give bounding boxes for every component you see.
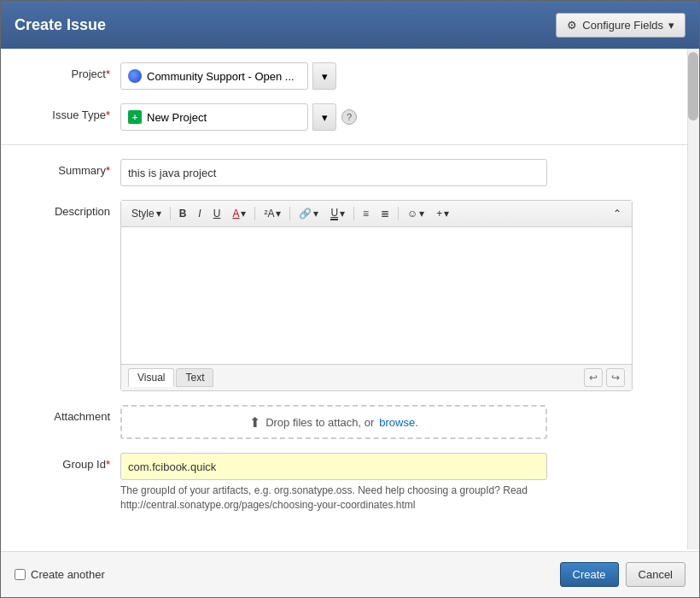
configure-fields-button[interactable]: ⚙ Configure Fields ▾ (556, 13, 685, 38)
dialog-footer: Create another Create Cancel (1, 551, 699, 597)
issue-type-select[interactable]: + New Project (120, 103, 308, 131)
expand-icon: ⌃ (613, 208, 621, 220)
create-another-checkbox[interactable] (15, 569, 26, 580)
dialog-header: Create Issue ⚙ Configure Fields ▾ (1, 1, 699, 49)
gear-icon: ⚙ (567, 19, 577, 32)
underline-button[interactable]: U (208, 204, 226, 223)
attachment-control: ⬆ Drop files to attach, or browse. (120, 405, 682, 439)
summary-row: Summary* (1, 159, 699, 186)
browse-link[interactable]: browse. (379, 416, 418, 429)
form-divider (1, 144, 699, 145)
issue-type-required: * (106, 108, 110, 121)
dialog-title: Create Issue (15, 16, 106, 34)
project-row: Project* Community Support - Open ... ▾ (1, 62, 699, 90)
group-id-label: Group Id* (18, 453, 120, 471)
more-arrow-icon: ▾ (444, 208, 449, 220)
attachment-dropzone[interactable]: ⬆ Drop files to attach, or browse. (120, 405, 547, 439)
issue-type-value: New Project (147, 111, 207, 124)
description-label: Description (18, 200, 120, 218)
group-id-row: Group Id* The groupId of your artifacts,… (1, 453, 699, 513)
undo-button[interactable]: ↩ (584, 368, 603, 387)
style-label: Style (131, 208, 155, 220)
description-control: Style ▾ B I U (120, 200, 682, 391)
italic-button[interactable]: I (193, 204, 206, 223)
font-size-arrow-icon: ▾ (276, 208, 281, 220)
issue-type-icon: + (128, 110, 142, 124)
attachment-row: Attachment ⬆ Drop files to attach, or br… (1, 405, 699, 439)
project-dropdown-arrow[interactable]: ▾ (312, 62, 336, 90)
issue-type-row: Issue Type* + New Project ▾ ? (1, 103, 699, 131)
color-arrow-icon: ▾ (241, 208, 246, 220)
scrollbar-thumb[interactable] (688, 52, 698, 120)
create-issue-dialog: Create Issue ⚙ Configure Fields ▾ Projec… (0, 0, 700, 598)
expand-button[interactable]: ⌃ (608, 204, 627, 223)
issue-type-label: Issue Type* (18, 103, 120, 121)
tab-visual[interactable]: Visual (128, 368, 174, 387)
redo-button[interactable]: ↪ (606, 368, 625, 387)
group-id-help-text: The groupId of your artifacts, e.g. org.… (120, 484, 547, 513)
emoji-icon: ☺ (407, 208, 417, 220)
description-row: Description Style ▾ B (1, 200, 699, 391)
toolbar-sep-5 (398, 207, 399, 220)
summary-label: Summary* (18, 159, 120, 177)
underline2-button[interactable]: U ▾ (325, 204, 350, 223)
style-arrow-icon: ▾ (156, 208, 161, 220)
style-button[interactable]: Style ▾ (126, 204, 166, 223)
toolbar-sep-3 (289, 207, 290, 220)
editor-toolbar: Style ▾ B I U (121, 201, 632, 227)
toolbar-sep-4 (353, 207, 354, 220)
tab-text[interactable]: Text (176, 368, 213, 387)
link-button[interactable]: 🔗 ▾ (294, 204, 324, 223)
chevron-down-icon: ▾ (668, 19, 674, 32)
toolbar-sep-1 (170, 207, 171, 220)
emoji-arrow-icon: ▾ (419, 208, 424, 220)
description-editor: Style ▾ B I U (120, 200, 633, 391)
create-button[interactable]: Create (560, 562, 619, 587)
group-id-required: * (106, 458, 110, 471)
issue-type-help-icon[interactable]: ? (341, 109, 357, 125)
link-arrow-icon: ▾ (313, 208, 318, 220)
issue-type-dropdown-arrow[interactable]: ▾ (312, 103, 336, 131)
drop-text: Drop files to attach, or (265, 416, 374, 429)
scrollbar-track[interactable] (687, 49, 699, 549)
configure-fields-label: Configure Fields (582, 19, 663, 32)
list-ul-button[interactable]: ≡ (358, 204, 374, 223)
font-size-button[interactable]: ²A ▾ (259, 204, 286, 223)
upload-icon: ⬆ (249, 414, 260, 431)
project-label: Project* (18, 62, 120, 80)
editor-tabs: Visual Text (128, 368, 213, 387)
toolbar-sep-2 (254, 207, 255, 220)
issue-type-control: + New Project ▾ ? (120, 103, 682, 131)
emoji-button[interactable]: ☺ ▾ (402, 204, 429, 223)
bold-button[interactable]: B (174, 204, 192, 223)
underline2-arrow-icon: ▾ (340, 208, 345, 220)
project-select-wrap: Community Support - Open ... ▾ (120, 62, 682, 90)
group-id-input[interactable] (120, 453, 547, 480)
color-button[interactable]: A ▾ (227, 204, 251, 223)
summary-control (120, 159, 682, 186)
list-ol-button[interactable]: ≣ (376, 204, 394, 223)
create-another-wrap: Create another (15, 568, 105, 581)
attachment-label: Attachment (18, 405, 120, 423)
list-ul-icon: ≡ (363, 208, 369, 220)
underline2-label: U (330, 207, 338, 220)
summary-required: * (106, 164, 110, 177)
group-id-control: The groupId of your artifacts, e.g. org.… (120, 453, 682, 513)
cancel-button[interactable]: Cancel (626, 562, 685, 587)
editor-content-area[interactable] (121, 227, 632, 364)
more-button[interactable]: + ▾ (431, 204, 454, 223)
font-size-label: ²A (264, 208, 274, 220)
project-select[interactable]: Community Support - Open ... (120, 62, 308, 90)
more-icon: + (436, 208, 442, 220)
dialog-body: Project* Community Support - Open ... ▾ … (1, 49, 699, 551)
color-label: A (232, 208, 239, 220)
project-value: Community Support - Open ... (147, 70, 295, 83)
issue-type-select-wrap: + New Project ▾ ? (120, 103, 682, 131)
link-icon: 🔗 (299, 208, 312, 220)
project-icon (128, 69, 142, 83)
summary-input[interactable] (120, 159, 547, 186)
project-required: * (106, 67, 110, 80)
project-control: Community Support - Open ... ▾ (120, 62, 682, 90)
editor-footer: Visual Text ↩ ↪ (121, 364, 632, 390)
create-another-label[interactable]: Create another (31, 568, 105, 581)
